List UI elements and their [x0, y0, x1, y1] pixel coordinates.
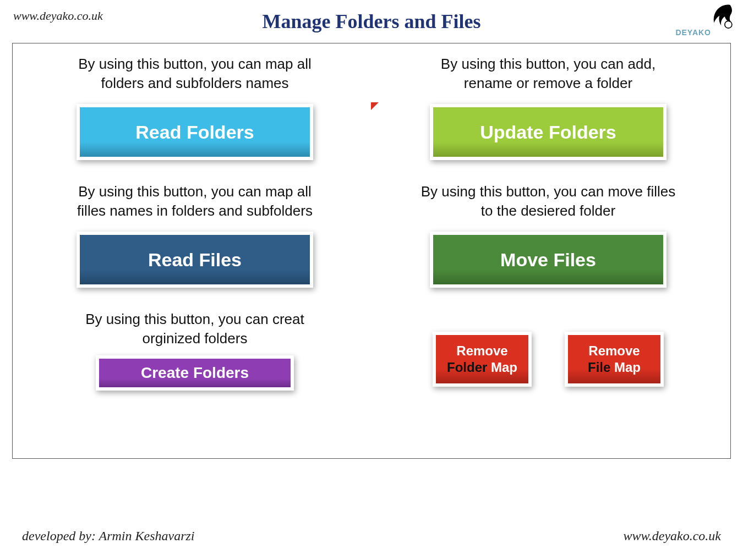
create-folders-blurb: By using this button, you can creat orgi…	[63, 310, 327, 348]
remove-file-map-line2: File Map	[588, 359, 641, 376]
brand-logo-text: DEYAKO	[675, 29, 711, 36]
remove-folder-map-line2: Folder Map	[447, 359, 517, 376]
read-files-button[interactable]: Read Files	[77, 232, 313, 288]
page-title: Manage Folders and Files	[11, 6, 732, 33]
footer-developer: developed by: Armin Keshavarzi	[22, 529, 195, 543]
brand-logo: DEYAKO	[671, 2, 737, 36]
left-column: By using this button, you can map all fo…	[35, 54, 355, 447]
horse-logo-icon	[707, 2, 737, 31]
remove-file-map-line1: Remove	[588, 343, 640, 359]
read-files-blurb: By using this button, you can map all fi…	[63, 182, 327, 221]
move-files-blurb: By using this button, you can move fille…	[416, 182, 680, 221]
svg-point-0	[725, 21, 732, 28]
update-folders-button[interactable]: Update Folders	[430, 104, 666, 160]
footer-url: www.deyako.co.uk	[623, 529, 721, 543]
remove-folder-map-line1: Remove	[456, 343, 507, 359]
remove-folder-map-button[interactable]: Remove Folder Map	[433, 332, 532, 387]
header-url: www.deyako.co.uk	[13, 9, 103, 23]
remove-file-map-button[interactable]: Remove File Map	[565, 332, 664, 387]
update-folders-blurb: By using this button, you can add, renam…	[416, 54, 680, 93]
create-folders-button[interactable]: Create Folders	[96, 355, 294, 391]
move-files-button[interactable]: Move Files	[430, 232, 666, 288]
read-folders-blurb: By using this button, you can map all fo…	[63, 54, 327, 93]
read-folders-button[interactable]: Read Folders	[77, 104, 313, 160]
right-column: By using this button, you can add, renam…	[388, 54, 708, 447]
decorative-marker	[371, 102, 379, 110]
